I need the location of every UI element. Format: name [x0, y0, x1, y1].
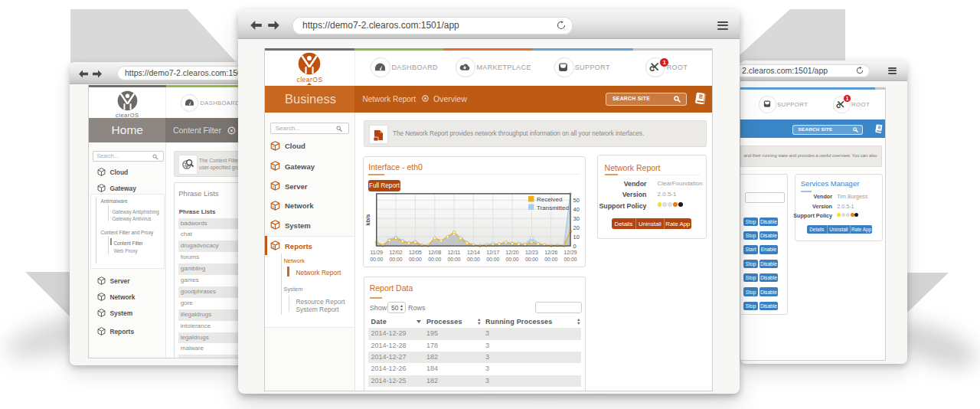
svg-text:00:00: 00:00 [564, 257, 577, 262]
svg-text:10: 10 [573, 234, 579, 240]
svg-text:00:00: 00:00 [409, 257, 422, 262]
svg-text:11/29: 11/29 [370, 250, 383, 255]
svg-text:00:00: 00:00 [486, 257, 499, 262]
svg-text:Received: Received [537, 196, 562, 203]
svg-text:00:00: 00:00 [428, 257, 441, 262]
svg-text:12/05: 12/05 [409, 250, 422, 255]
svg-text:00:00: 00:00 [525, 257, 538, 262]
svg-text:00:00: 00:00 [505, 257, 518, 262]
svg-text:00:00: 00:00 [544, 257, 557, 262]
svg-text:50: 50 [573, 197, 579, 204]
svg-text:40: 40 [573, 206, 579, 213]
svg-text:00:00: 00:00 [389, 257, 402, 262]
svg-text:Transmitted: Transmitted [537, 204, 569, 211]
svg-text:N: N [273, 205, 275, 209]
svg-text:kb/s: kb/s [364, 214, 371, 225]
svg-text:12/20: 12/20 [505, 250, 518, 255]
svg-text:12/02: 12/02 [389, 250, 402, 255]
svg-text:12/23: 12/23 [525, 250, 538, 255]
svg-text:S: S [273, 186, 275, 190]
svg-text:00:00: 00:00 [447, 257, 460, 262]
svg-text:00:00: 00:00 [370, 257, 383, 262]
svg-text:12/29: 12/29 [564, 250, 577, 255]
svg-text:00:00: 00:00 [467, 257, 480, 262]
svg-text:12/08: 12/08 [428, 250, 441, 255]
svg-text:30: 30 [573, 215, 579, 222]
svg-text:G: G [273, 166, 276, 170]
svg-text:12/17: 12/17 [486, 250, 499, 255]
svg-text:12/11: 12/11 [448, 250, 461, 255]
svg-text:12/26: 12/26 [544, 250, 557, 255]
svg-text:20: 20 [573, 224, 579, 231]
svg-text:12/14: 12/14 [467, 250, 480, 255]
svg-text:+: + [273, 225, 275, 229]
svg-text:0: 0 [573, 243, 576, 250]
